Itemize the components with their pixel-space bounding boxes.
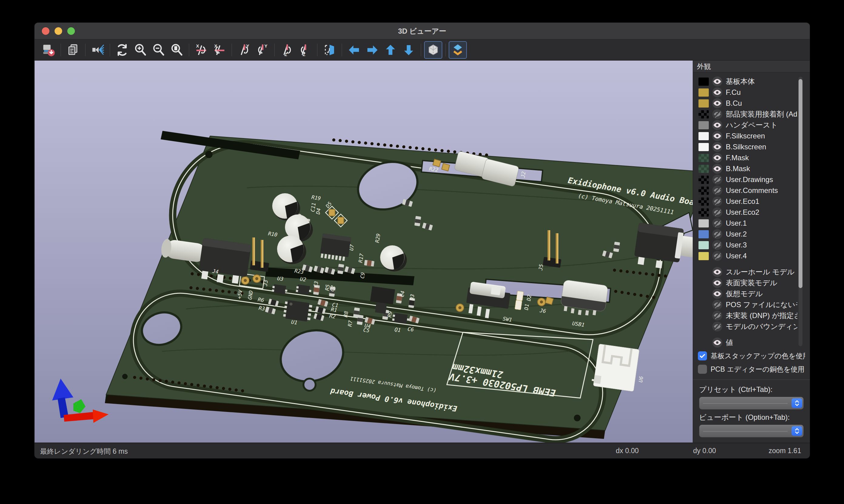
layer-color-swatch[interactable] (699, 154, 709, 162)
layer-label: B.Mask (726, 164, 797, 173)
eye-icon[interactable] (712, 288, 723, 299)
layer-color-swatch[interactable] (699, 219, 709, 228)
model-toggle-row[interactable]: スルーホール モデル (693, 267, 810, 277)
model-toggle-row[interactable]: 仮想モデル (693, 288, 810, 299)
checkbox-row[interactable]: 基板スタックアップの色を使用 (693, 349, 810, 363)
model-toggle-row[interactable]: 表面実装モデル (693, 277, 810, 288)
layer-row-user.1[interactable]: User.1 (693, 218, 810, 229)
viewport-select[interactable] (699, 425, 804, 437)
layer-color-swatch[interactable] (699, 186, 709, 195)
eye-icon[interactable] (712, 120, 723, 130)
refdes-label: R1 (330, 307, 338, 313)
eye-off-icon[interactable] (712, 310, 723, 321)
eye-off-icon[interactable] (712, 207, 723, 218)
model-toggle-row[interactable]: モデルのバウンディング ボックス (693, 321, 810, 332)
layer-row--[interactable]: 基板本体 (693, 76, 810, 87)
eye-icon[interactable] (712, 87, 723, 98)
scrollbar[interactable] (798, 77, 803, 346)
rotate-x-counterclockwise-button[interactable]: X (210, 41, 228, 59)
layer-color-swatch[interactable] (699, 88, 709, 96)
layer-color-swatch[interactable] (699, 197, 709, 206)
layer-row-user.2[interactable]: User.2 (693, 229, 810, 239)
model-toggle-row[interactable]: 未実装 (DNP) が指定されたモデル (693, 310, 810, 321)
layer-color-swatch[interactable] (699, 143, 709, 151)
layer-color-swatch[interactable] (699, 209, 709, 217)
rotate-z-clockwise-button[interactable]: Z (278, 41, 296, 59)
rotate-y-clockwise-button[interactable]: Y (235, 41, 253, 59)
move-left-button[interactable] (345, 41, 363, 59)
eye-icon[interactable] (712, 76, 723, 87)
eye-off-icon[interactable] (712, 299, 723, 310)
zoom-in-button[interactable] (131, 41, 150, 59)
eye-icon[interactable] (712, 163, 723, 174)
3d-viewport[interactable]: J4R10R23R19C11D4D5U7R29R17C9J2R22J5+5VGN… (35, 60, 693, 443)
eye-off-icon[interactable] (712, 251, 723, 262)
layer-row-user.3[interactable]: User.3 (693, 239, 810, 251)
layer-color-swatch[interactable] (699, 100, 709, 108)
zoom-out-button[interactable] (150, 41, 168, 59)
layer-color-swatch[interactable] (699, 176, 709, 184)
layer-row-f.cu[interactable]: F.Cu (693, 87, 810, 98)
layer-row-b.mask[interactable]: B.Mask (693, 163, 810, 174)
layer-row-user.4[interactable]: User.4 (693, 251, 810, 262)
unchecked-checkbox[interactable] (698, 365, 707, 374)
eye-off-icon[interactable] (712, 109, 723, 120)
move-right-button[interactable] (363, 41, 381, 59)
eye-icon[interactable] (712, 337, 723, 348)
layer-row-user.drawings[interactable]: User.Drawings (693, 174, 810, 185)
layer-color-swatch[interactable] (699, 77, 709, 86)
copy-image-button[interactable] (64, 41, 82, 59)
eye-off-icon[interactable] (712, 239, 723, 251)
model-toggle-row[interactable]: POS ファイルにないモデル (693, 299, 810, 310)
checked-checkbox[interactable] (698, 352, 707, 360)
layer-row-f.silkscreen[interactable]: F.Silkscreen (693, 130, 810, 141)
layer-row-user.comments[interactable]: User.Comments (693, 185, 810, 196)
zoom-to-fit-button[interactable] (168, 41, 186, 59)
pcb-board[interactable]: J4R10R23R19C11D4D5U7R29R17C9J2R22J5+5VGN… (106, 131, 693, 443)
eye-icon[interactable] (712, 98, 723, 109)
eye-off-icon[interactable] (712, 229, 723, 239)
layer-row--[interactable]: ハンダペースト (693, 120, 810, 130)
eye-icon[interactable] (712, 277, 723, 288)
export-board-image-button[interactable] (39, 41, 57, 59)
combo-stepper-icon[interactable] (792, 426, 802, 436)
redraw-button[interactable] (113, 41, 131, 59)
eye-off-icon[interactable] (712, 174, 723, 185)
layer-color-swatch[interactable] (699, 110, 709, 119)
rotate-x-clockwise-button[interactable]: X (192, 41, 210, 59)
flip-board-button[interactable] (321, 41, 339, 59)
layer-color-swatch[interactable] (699, 230, 709, 238)
rotate-y-counterclockwise-button[interactable]: Y (253, 41, 271, 59)
layer-color-swatch[interactable] (699, 241, 709, 249)
combo-stepper-icon[interactable] (792, 398, 802, 408)
move-up-button[interactable] (381, 41, 400, 59)
eye-icon[interactable] (712, 130, 723, 141)
layer-row-f.mask[interactable]: F.Mask (693, 152, 810, 163)
layer-row-b.cu[interactable]: B.Cu (693, 98, 810, 109)
move-down-button[interactable] (400, 41, 418, 59)
layer-color-swatch[interactable] (699, 121, 709, 129)
eye-off-icon[interactable] (712, 321, 723, 332)
title-bar[interactable]: 3D ビューアー (35, 23, 810, 39)
appearance-manager-button[interactable] (449, 41, 467, 59)
eye-off-icon[interactable] (712, 218, 723, 229)
eye-off-icon[interactable] (712, 185, 723, 196)
scrollbar-thumb[interactable] (798, 79, 803, 288)
orthographic-projection-button[interactable] (424, 41, 442, 59)
layer-row-b.silkscreen[interactable]: B.Silkscreen (693, 141, 810, 152)
eye-icon[interactable] (712, 267, 723, 277)
layer-color-swatch[interactable] (699, 252, 709, 260)
model-toggle-row[interactable]: 値 (693, 337, 810, 348)
layer-row-user.eco1[interactable]: User.Eco1 (693, 196, 810, 207)
rotate-z-counterclockwise-button[interactable]: Z (296, 41, 314, 59)
eye-icon[interactable] (712, 152, 723, 163)
layer-color-swatch[interactable] (699, 165, 709, 173)
layer-row--adhesive-[interactable]: 部品実装用接着剤 (Adhesive) (693, 109, 810, 120)
render-options-button[interactable] (88, 41, 107, 59)
preset-select[interactable] (699, 397, 804, 410)
eye-off-icon[interactable] (712, 196, 723, 207)
checkbox-row[interactable]: PCB エディターの銅色を使用 (693, 363, 810, 376)
eye-icon[interactable] (712, 141, 723, 152)
layer-row-user.eco2[interactable]: User.Eco2 (693, 207, 810, 218)
layer-color-swatch[interactable] (699, 132, 709, 140)
